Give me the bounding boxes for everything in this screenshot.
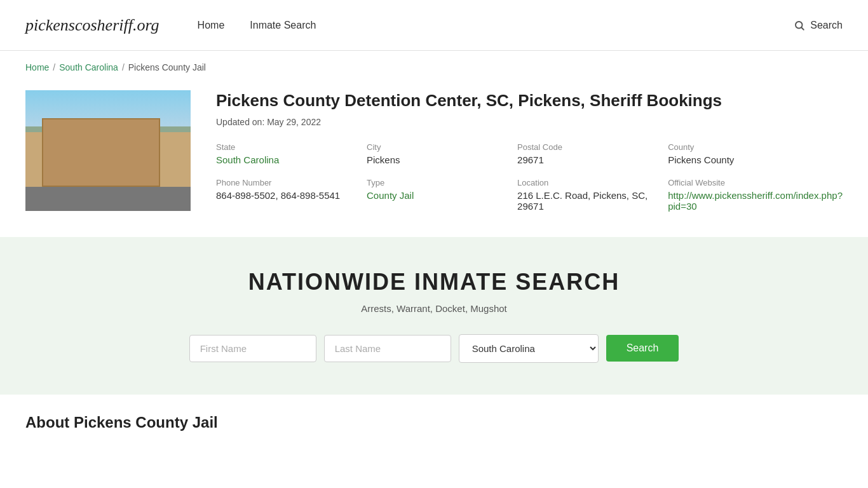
about-section: About Pickens County Jail bbox=[0, 395, 868, 444]
building-illustration: pickenscosheriff.org bbox=[25, 90, 191, 211]
info-city: City Pickens bbox=[367, 142, 511, 165]
info-type: Type County Jail bbox=[367, 178, 511, 212]
search-icon bbox=[794, 20, 805, 31]
header: pickenscosheriff.org Home Inmate Search … bbox=[0, 0, 868, 51]
info-website: Official Website http://www.pickenssheri… bbox=[668, 178, 843, 212]
facility-info-grid: State South Carolina City Pickens Postal… bbox=[216, 142, 843, 212]
state-label: State bbox=[216, 142, 360, 152]
nationwide-title: NATIONWIDE INMATE SEARCH bbox=[25, 269, 843, 295]
city-value: Pickens bbox=[367, 154, 511, 165]
svg-line-1 bbox=[802, 27, 804, 29]
phone-value: 864-898-5502, 864-898-5541 bbox=[216, 190, 360, 201]
image-watermark: pickenscosheriff.org bbox=[129, 199, 186, 206]
state-value[interactable]: South Carolina bbox=[216, 154, 360, 165]
header-search-label: Search bbox=[810, 20, 843, 31]
location-value: 216 L.E.C. Road, Pickens, SC, 29671 bbox=[517, 190, 661, 212]
first-name-input[interactable] bbox=[189, 335, 316, 362]
breadcrumb: Home / South Carolina / Pickens County J… bbox=[0, 51, 868, 84]
breadcrumb-sep-2: / bbox=[122, 62, 125, 72]
info-phone: Phone Number 864-898-5502, 864-898-5541 bbox=[216, 178, 360, 212]
info-state: State South Carolina bbox=[216, 142, 360, 165]
facility-title: Pickens County Detention Center, SC, Pic… bbox=[216, 90, 843, 112]
main-nav: Home Inmate Search bbox=[198, 20, 794, 31]
main-content: pickenscosheriff.org Pickens County Dete… bbox=[0, 84, 868, 237]
city-label: City bbox=[367, 142, 511, 152]
postal-label: Postal Code bbox=[517, 142, 661, 152]
search-button[interactable]: Search bbox=[606, 335, 679, 362]
last-name-input[interactable] bbox=[324, 335, 451, 362]
info-location: Location 216 L.E.C. Road, Pickens, SC, 2… bbox=[517, 178, 661, 212]
type-value[interactable]: County Jail bbox=[367, 190, 511, 201]
site-logo[interactable]: pickenscosheriff.org bbox=[25, 16, 159, 35]
inmate-search-form: AlabamaAlaskaArizonaArkansasCaliforniaCo… bbox=[25, 334, 843, 363]
website-value[interactable]: http://www.pickenssheriff.com/index.php?… bbox=[668, 190, 843, 212]
nav-inmate-search[interactable]: Inmate Search bbox=[250, 20, 316, 31]
breadcrumb-current: Pickens County Jail bbox=[128, 62, 206, 72]
info-county: County Pickens County bbox=[668, 142, 843, 165]
type-label: Type bbox=[367, 178, 511, 187]
facility-details: Pickens County Detention Center, SC, Pic… bbox=[216, 90, 843, 212]
postal-value: 29671 bbox=[517, 154, 661, 165]
website-label: Official Website bbox=[668, 178, 843, 187]
nav-home[interactable]: Home bbox=[198, 20, 225, 31]
phone-label: Phone Number bbox=[216, 178, 360, 187]
nationwide-subtitle: Arrests, Warrant, Docket, Mugshot bbox=[25, 303, 843, 314]
header-search-button[interactable]: Search bbox=[794, 20, 843, 31]
breadcrumb-sep-1: / bbox=[53, 62, 55, 72]
about-title: About Pickens County Jail bbox=[25, 414, 843, 431]
breadcrumb-home[interactable]: Home bbox=[25, 62, 49, 72]
location-label: Location bbox=[517, 178, 661, 187]
state-select[interactable]: AlabamaAlaskaArizonaArkansasCaliforniaCo… bbox=[459, 334, 599, 363]
info-postal: Postal Code 29671 bbox=[517, 142, 661, 165]
breadcrumb-state[interactable]: South Carolina bbox=[59, 62, 118, 72]
facility-image: pickenscosheriff.org bbox=[25, 90, 191, 211]
county-label: County bbox=[668, 142, 843, 152]
facility-updated: Updated on: May 29, 2022 bbox=[216, 117, 843, 127]
nationwide-section: NATIONWIDE INMATE SEARCH Arrests, Warran… bbox=[0, 237, 868, 395]
website-link[interactable]: http://www.pickenssheriff.com/index.php?… bbox=[668, 190, 843, 212]
county-value: Pickens County bbox=[668, 154, 843, 165]
